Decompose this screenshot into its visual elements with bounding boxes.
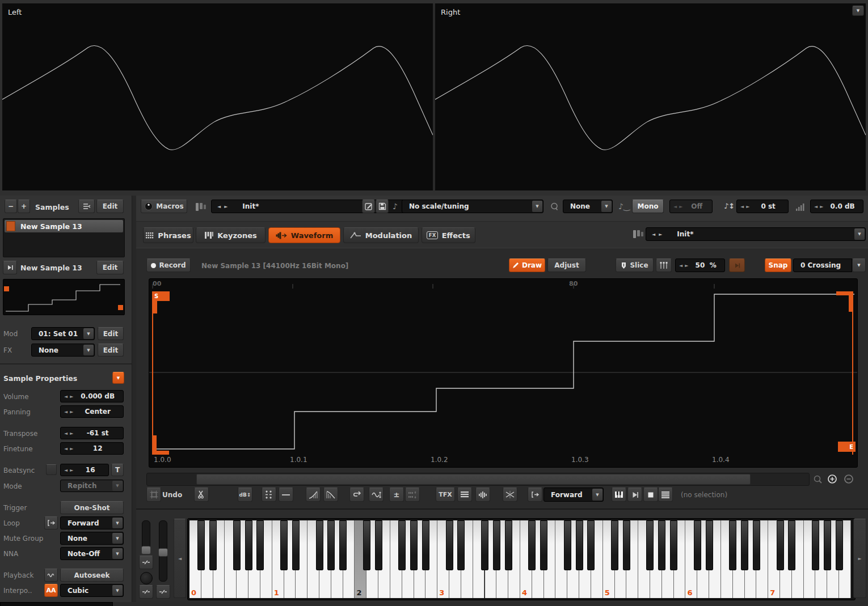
resample-button[interactable] [405, 488, 420, 502]
black-key[interactable] [812, 520, 819, 570]
mod-edit-button[interactable]: Edit [98, 327, 124, 340]
dc-offset-button[interactable] [279, 488, 293, 502]
chevron-down-icon[interactable]: ▼ [112, 548, 123, 559]
velocity-slider-handle[interactable] [141, 546, 151, 554]
fx-edit-button[interactable]: Edit [98, 344, 124, 357]
slice-sensitivity-spinner[interactable]: ◄► 50 % [675, 258, 725, 272]
waveform-scrollbar[interactable] [146, 473, 810, 486]
octave-down-button[interactable]: ◄ [174, 519, 186, 598]
black-key[interactable] [694, 520, 701, 570]
black-key[interactable] [233, 520, 241, 570]
black-key[interactable] [292, 520, 300, 570]
playback-wave-button[interactable] [44, 569, 58, 582]
pan-reset-button[interactable] [156, 585, 170, 599]
pan-slider-handle[interactable] [158, 548, 168, 557]
reverse-button[interactable] [349, 488, 364, 502]
chevron-down-icon[interactable]: ▼ [592, 489, 602, 501]
black-key[interactable] [363, 520, 370, 570]
prev-icon[interactable]: ◄ [214, 204, 221, 209]
prev-icon[interactable]: ◄ [648, 232, 655, 237]
snap-button[interactable]: Snap [765, 258, 791, 272]
chevron-down-icon[interactable]: ▼ [112, 585, 123, 596]
one-shot-button[interactable]: One-Shot [60, 501, 124, 514]
black-key[interactable] [197, 520, 205, 570]
tab-keyzones[interactable]: Keyzones [196, 227, 266, 243]
beatsync-tempo-button[interactable]: T [111, 464, 124, 476]
tab-modulation[interactable]: Modulation [343, 227, 419, 243]
preset-dropdown[interactable]: ◄ ► Init* ▼ [646, 227, 866, 241]
black-key[interactable] [528, 520, 536, 570]
black-key[interactable] [457, 520, 465, 570]
black-key[interactable] [446, 520, 453, 570]
loop-end-flag[interactable]: E [838, 442, 856, 452]
sample-autoplay-button[interactable] [3, 261, 17, 274]
antialias-button[interactable]: AA [44, 584, 58, 597]
fade-in-button[interactable] [306, 488, 321, 502]
cut-button[interactable] [194, 488, 209, 502]
beatsync-checkbox[interactable] [46, 464, 57, 475]
black-key[interactable] [788, 520, 795, 570]
black-key[interactable] [824, 520, 831, 570]
pan-slider[interactable] [159, 520, 167, 582]
samples-edit-button[interactable]: Edit [96, 200, 124, 213]
octave-up-button[interactable]: ► [853, 519, 866, 598]
next-icon[interactable]: ► [221, 204, 227, 209]
loop-mode-dropdown[interactable]: Forward▼ [60, 516, 124, 529]
chevron-down-icon[interactable]: ▼ [532, 201, 542, 212]
render-lines-button[interactable] [457, 488, 472, 502]
black-key[interactable] [256, 520, 264, 570]
black-key[interactable] [729, 520, 736, 570]
slice-markers-button[interactable] [656, 258, 672, 272]
black-key[interactable] [493, 520, 500, 570]
slice-button[interactable]: Slice [616, 258, 654, 272]
fade-out-button[interactable] [323, 488, 338, 502]
chevron-down-icon[interactable]: ▼ [112, 533, 123, 544]
black-key[interactable] [670, 520, 677, 570]
velocity-slider[interactable] [142, 520, 150, 554]
remove-sample-button[interactable]: − [5, 200, 17, 213]
beatsync-mode-dropdown[interactable]: Repitch▼ [60, 480, 124, 492]
selection-end-line[interactable] [852, 292, 853, 455]
zoom-in-icon[interactable] [825, 472, 840, 486]
track-fx-button[interactable]: TFX [436, 488, 455, 502]
macros-button[interactable]: Macros [141, 200, 187, 213]
loop-mode-toolbar-dropdown[interactable]: Forward▼ [543, 488, 604, 502]
black-key[interactable] [398, 520, 406, 570]
black-key[interactable] [505, 520, 512, 570]
black-key[interactable] [706, 520, 713, 570]
trim-button[interactable] [146, 488, 161, 502]
black-key[interactable] [540, 520, 547, 570]
sample-edit-button[interactable]: Edit [96, 261, 124, 274]
pitch-knob[interactable] [140, 572, 153, 584]
black-key[interactable] [646, 520, 654, 570]
black-key[interactable] [741, 520, 748, 570]
record-button[interactable]: Record [146, 258, 191, 272]
quantize-dropdown[interactable]: None▼ [563, 200, 613, 213]
volume-spinner[interactable]: ◄►0.000 dB [60, 390, 124, 402]
play-sample-button[interactable] [627, 488, 642, 502]
black-key[interactable] [576, 520, 583, 570]
normalize-button[interactable] [262, 488, 276, 502]
sample-list-item-selected[interactable]: New Sample 13 [5, 220, 123, 232]
black-key[interactable] [245, 520, 252, 570]
instrument-volume-spinner[interactable]: ◄►0.0 dB [810, 200, 863, 213]
apply-slices-button[interactable] [729, 258, 745, 272]
save-instrument-button[interactable] [376, 200, 389, 213]
loop-icon-button[interactable] [528, 488, 542, 502]
black-key[interactable] [339, 520, 347, 570]
interpolation-dropdown[interactable]: Cubic▼ [60, 584, 124, 597]
tab-phrases[interactable]: Phrases [143, 227, 193, 243]
adjust-gain-button[interactable]: dB↕ [238, 488, 252, 502]
black-key[interactable] [587, 520, 595, 570]
mute-group-dropdown[interactable]: None▼ [60, 532, 124, 545]
sample-list[interactable]: New Sample 13 [3, 218, 125, 257]
draw-button[interactable]: Draw [509, 258, 545, 272]
black-key[interactable] [564, 520, 571, 570]
black-key[interactable] [753, 520, 760, 570]
loop-start-flag[interactable]: S [152, 291, 170, 301]
snap-mode-caret-button[interactable]: ▼ [852, 258, 866, 272]
black-key[interactable] [422, 520, 429, 570]
piano-keys[interactable]: 01234567 [189, 520, 851, 598]
mod-set-dropdown[interactable]: 01: Set 01▼ [31, 327, 95, 340]
pitch-reset-button[interactable] [139, 585, 153, 599]
